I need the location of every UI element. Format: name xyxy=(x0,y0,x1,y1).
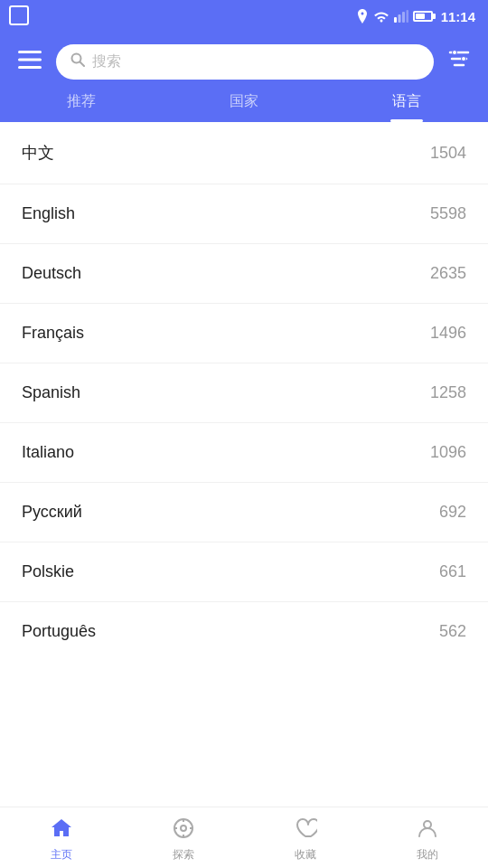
nav-profile-label: 我的 xyxy=(417,847,438,863)
language-count: 661 xyxy=(439,562,466,581)
language-list: 中文 1504 English 5598 Deutsch 2635 França… xyxy=(0,122,488,788)
nav-home-label: 主页 xyxy=(51,847,72,863)
tab-country[interactable]: 国家 xyxy=(163,92,325,122)
svg-rect-4 xyxy=(18,51,42,53)
language-name: Deutsch xyxy=(22,264,81,283)
language-count: 1096 xyxy=(430,443,466,462)
svg-point-13 xyxy=(462,57,466,61)
language-count: 1258 xyxy=(430,383,466,402)
explore-icon xyxy=(172,816,195,844)
svg-rect-6 xyxy=(18,66,42,69)
svg-rect-5 xyxy=(18,59,42,61)
search-icon xyxy=(70,52,85,71)
tab-recommend[interactable]: 推荐 xyxy=(0,92,163,122)
language-item[interactable]: Français 1496 xyxy=(0,304,488,363)
language-item[interactable]: Deutsch 2635 xyxy=(0,244,488,304)
profile-icon xyxy=(416,816,439,844)
white-square-icon xyxy=(9,5,29,25)
heart-icon xyxy=(294,816,317,844)
tab-language[interactable]: 语言 xyxy=(325,92,488,122)
hamburger-icon[interactable] xyxy=(14,43,45,80)
language-item[interactable]: 中文 1504 xyxy=(0,122,488,184)
home-icon xyxy=(50,816,73,844)
language-count: 2635 xyxy=(430,264,466,283)
search-placeholder: 搜索 xyxy=(92,52,121,71)
search-bar[interactable]: 搜索 xyxy=(56,44,434,80)
language-item[interactable]: Português 562 xyxy=(0,602,488,661)
battery-icon xyxy=(413,11,433,22)
svg-point-15 xyxy=(181,826,186,831)
nav-home[interactable]: 主页 xyxy=(0,813,122,863)
nav-favorites-label: 收藏 xyxy=(295,847,316,863)
svg-rect-1 xyxy=(398,14,400,23)
status-bar: 11:14 xyxy=(0,0,488,33)
language-name: Polskie xyxy=(22,562,74,581)
nav-explore-label: 探索 xyxy=(173,847,194,863)
tabs: 推荐 国家 语言 xyxy=(0,81,488,122)
language-count: 562 xyxy=(439,622,466,641)
language-name: English xyxy=(22,204,75,223)
language-item[interactable]: Italiano 1096 xyxy=(0,423,488,483)
language-name: Spanish xyxy=(22,383,80,402)
language-name: Português xyxy=(22,622,96,641)
language-name: Français xyxy=(22,324,84,343)
svg-point-20 xyxy=(424,821,431,828)
language-name: 中文 xyxy=(22,142,54,164)
location-icon xyxy=(356,9,369,24)
language-item[interactable]: English 5598 xyxy=(0,184,488,244)
svg-point-12 xyxy=(453,51,457,55)
nav-profile[interactable]: 我的 xyxy=(366,813,488,863)
status-bar-left-area xyxy=(9,5,29,25)
language-count: 692 xyxy=(439,503,466,522)
svg-rect-0 xyxy=(394,17,397,23)
language-name: Italiano xyxy=(22,443,74,462)
signal-icon xyxy=(394,10,408,23)
wifi-icon xyxy=(373,10,389,23)
svg-rect-3 xyxy=(406,10,408,23)
svg-line-8 xyxy=(80,62,85,67)
language-count: 1496 xyxy=(430,324,466,343)
bottom-nav: 主页 探索 收藏 我的 xyxy=(0,807,488,868)
nav-favorites[interactable]: 收藏 xyxy=(244,813,366,863)
svg-rect-2 xyxy=(402,12,405,23)
language-item[interactable]: Spanish 1258 xyxy=(0,363,488,423)
status-time: 11:14 xyxy=(441,9,475,24)
header: 搜索 xyxy=(0,33,488,81)
language-count: 1504 xyxy=(430,144,466,163)
language-item[interactable]: Polskie 661 xyxy=(0,542,488,602)
language-item[interactable]: Русский 692 xyxy=(0,483,488,542)
filter-icon[interactable] xyxy=(445,42,474,81)
status-icons: 11:14 xyxy=(356,9,475,24)
language-name: Русский xyxy=(22,503,82,522)
language-count: 5598 xyxy=(430,204,466,223)
nav-explore[interactable]: 探索 xyxy=(122,813,244,863)
